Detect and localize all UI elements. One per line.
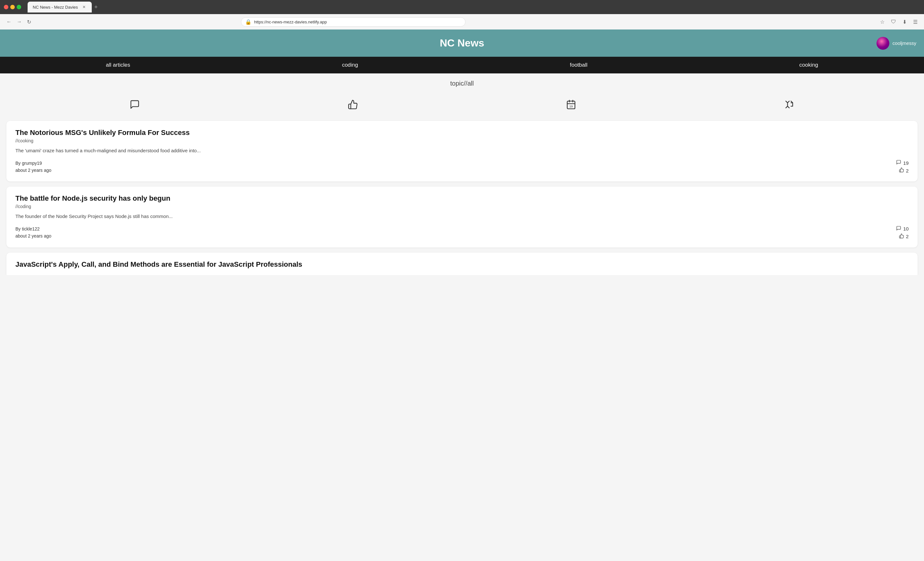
comment-icon xyxy=(130,99,140,110)
article-card-partial: JavaScript's Apply, Call, and Bind Metho… xyxy=(6,253,918,275)
app-title: NC News xyxy=(8,37,916,49)
article-meta: By grumpy19 about 2 years ago xyxy=(15,160,51,174)
calendar-icon: 19 xyxy=(566,99,576,110)
tab-title: NC News - Mezz Davies xyxy=(33,5,78,10)
menu-button[interactable]: ☰ xyxy=(912,18,919,26)
filter-sort-button[interactable] xyxy=(782,97,797,114)
by-prefix: By xyxy=(15,226,22,232)
main-nav: all articles coding football cooking xyxy=(0,57,924,73)
nav-coding[interactable]: coding xyxy=(329,57,371,73)
filter-comments-button[interactable] xyxy=(127,97,142,114)
article-card: The Notorious MSG's Unlikely Formula For… xyxy=(6,121,918,181)
bookmark-button[interactable]: ☆ xyxy=(879,18,886,26)
svg-text:19: 19 xyxy=(570,105,573,108)
article-stats: 19 2 xyxy=(896,160,909,174)
app-header: NC News cooljmessy xyxy=(0,30,924,57)
back-button[interactable]: ← xyxy=(5,18,13,26)
maximize-button[interactable] xyxy=(16,5,21,9)
new-tab-button[interactable]: + xyxy=(92,3,100,12)
comment-count: 19 xyxy=(903,160,909,166)
active-tab[interactable]: NC News - Mezz Davies ✕ xyxy=(28,1,92,12)
minimize-button[interactable] xyxy=(10,5,15,9)
sort-icon xyxy=(784,99,794,110)
user-avatar-area: cooljmessy xyxy=(876,37,916,50)
article-excerpt: The 'umami' craze has turned a much-mali… xyxy=(15,147,909,154)
address-bar: ← → ↻ 🔒 https://nc-news-mezz-davies.netl… xyxy=(0,14,924,30)
url-text: https://nc-news-mezz-davies.netlify.app xyxy=(254,19,461,24)
pocket-button[interactable]: 🛡 xyxy=(890,18,897,26)
article-title[interactable]: JavaScript's Apply, Call, and Bind Metho… xyxy=(15,260,909,269)
by-prefix: By xyxy=(15,161,22,166)
comment-count: 10 xyxy=(903,226,909,232)
browser-chrome: NC News - Mezz Davies ✕ + ← → ↻ 🔒 https:… xyxy=(0,0,924,30)
article-author: By tickle122 xyxy=(15,225,51,232)
comment-stat-icon xyxy=(896,160,901,166)
article-card: The battle for Node.js security has only… xyxy=(6,187,918,247)
article-footer: By grumpy19 about 2 years ago 19 xyxy=(15,160,909,174)
filter-votes-button[interactable] xyxy=(345,97,361,114)
title-bar: NC News - Mezz Davies ✕ + xyxy=(0,0,924,14)
comment-stat-icon xyxy=(896,226,901,232)
article-title[interactable]: The battle for Node.js security has only… xyxy=(15,194,909,203)
vote-stat: 2 xyxy=(899,168,909,174)
avatar[interactable] xyxy=(876,37,890,50)
article-excerpt: The founder of the Node Security Project… xyxy=(15,213,909,220)
close-button[interactable] xyxy=(4,5,8,9)
tab-close-button[interactable]: ✕ xyxy=(81,4,87,10)
article-title[interactable]: The Notorious MSG's Unlikely Formula For… xyxy=(15,129,909,137)
vote-stat: 2 xyxy=(899,233,909,240)
reload-button[interactable]: ↻ xyxy=(26,18,32,26)
article-topic: //cooking xyxy=(15,138,909,143)
article-footer: By tickle122 about 2 years ago 10 xyxy=(15,225,909,240)
thumbs-up-icon xyxy=(348,99,358,110)
nav-football[interactable]: football xyxy=(557,57,600,73)
vote-stat-icon xyxy=(899,168,904,174)
author-name: tickle122 xyxy=(22,226,39,232)
url-bar[interactable]: 🔒 https://nc-news-mezz-davies.netlify.ap… xyxy=(241,17,465,27)
article-author: By grumpy19 xyxy=(15,160,51,167)
nav-cooking[interactable]: cooking xyxy=(786,57,831,73)
article-timestamp: about 2 years ago xyxy=(15,167,51,174)
forward-button[interactable]: → xyxy=(15,18,23,26)
article-meta: By tickle122 about 2 years ago xyxy=(15,225,51,240)
download-button[interactable]: ⬇ xyxy=(901,18,908,26)
author-name: grumpy19 xyxy=(22,161,42,166)
articles-container: The Notorious MSG's Unlikely Formula For… xyxy=(0,121,924,275)
nav-all-articles[interactable]: all articles xyxy=(93,57,143,73)
comment-stat: 10 xyxy=(896,226,909,232)
article-stats: 10 2 xyxy=(896,226,909,240)
filter-date-button[interactable]: 19 xyxy=(563,97,579,114)
tab-bar: NC News - Mezz Davies ✕ + xyxy=(28,1,920,12)
avatar-inner xyxy=(876,37,890,50)
article-topic: //coding xyxy=(15,204,909,209)
article-timestamp: about 2 years ago xyxy=(15,232,51,239)
browser-actions: ☆ 🛡 ⬇ ☰ xyxy=(879,18,919,26)
comment-stat: 19 xyxy=(896,160,909,166)
nav-buttons: ← → ↻ xyxy=(5,18,32,26)
username: cooljmessy xyxy=(892,40,916,46)
vote-count: 2 xyxy=(906,168,909,174)
window-controls xyxy=(4,5,21,9)
topic-heading: topic//all xyxy=(0,73,924,94)
vote-count: 2 xyxy=(906,234,909,239)
security-icon: 🔒 xyxy=(245,19,252,25)
filter-row: 19 xyxy=(0,94,924,121)
vote-stat-icon xyxy=(899,233,904,240)
